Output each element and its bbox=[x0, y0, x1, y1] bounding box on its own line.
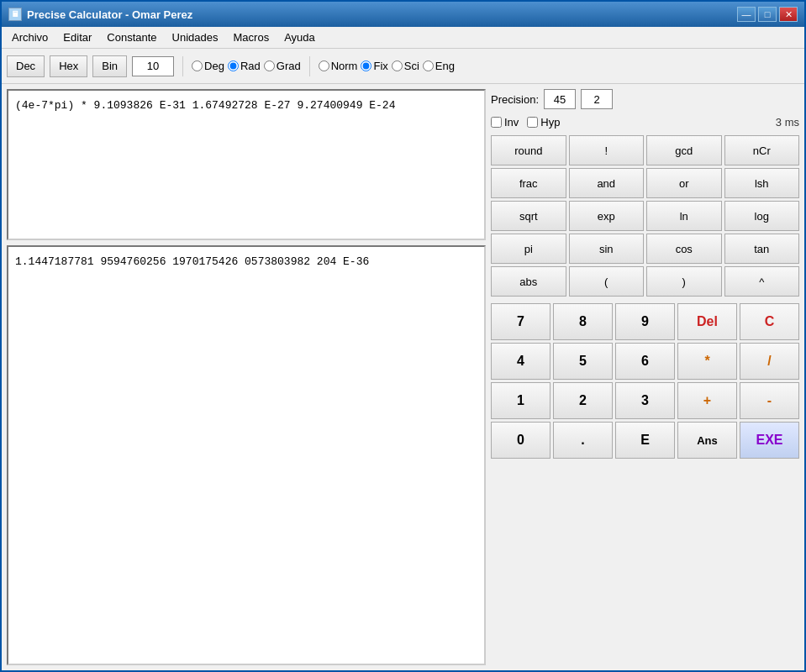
deg-label[interactable]: Deg bbox=[192, 60, 224, 72]
abs-button[interactable]: abs bbox=[491, 266, 566, 297]
plus-button[interactable]: + bbox=[677, 382, 737, 419]
minus-button[interactable]: - bbox=[740, 382, 799, 419]
display-bottom[interactable]: 1.1447187781 9594760256 1970175426 05738… bbox=[7, 245, 486, 665]
open-paren-button[interactable]: ( bbox=[569, 266, 645, 297]
precision-input-2[interactable] bbox=[581, 89, 613, 109]
rad-radio[interactable] bbox=[228, 60, 239, 71]
menu-archivo[interactable]: Archivo bbox=[5, 29, 55, 46]
num-7-button[interactable]: 7 bbox=[491, 303, 551, 340]
norm-label[interactable]: Norm bbox=[319, 60, 358, 72]
fix-label[interactable]: Fix bbox=[361, 60, 387, 72]
base-input[interactable] bbox=[132, 56, 174, 76]
close-button[interactable]: ✕ bbox=[779, 7, 798, 22]
num-5-button[interactable]: 5 bbox=[553, 343, 613, 380]
title-bar: 🖩 Precise Calculator - Omar Perez — □ ✕ bbox=[2, 2, 804, 27]
ncr-button[interactable]: nCr bbox=[724, 135, 800, 165]
separator-1 bbox=[182, 56, 183, 76]
deg-radio[interactable] bbox=[192, 60, 203, 71]
gcd-button[interactable]: gcd bbox=[646, 135, 722, 165]
num-9-button[interactable]: 9 bbox=[615, 303, 675, 340]
grad-radio[interactable] bbox=[264, 60, 275, 71]
main-window: 🖩 Precise Calculator - Omar Perez — □ ✕ … bbox=[0, 0, 806, 672]
inv-label[interactable]: Inv bbox=[491, 116, 519, 129]
left-panel: (4e-7*pi) * 9.1093826 E-31 1.67492728 E-… bbox=[7, 89, 486, 665]
fix-radio[interactable] bbox=[361, 60, 371, 71]
num-8-button[interactable]: 8 bbox=[553, 303, 613, 340]
rad-label[interactable]: Rad bbox=[228, 60, 261, 72]
dec-button[interactable]: Dec bbox=[7, 55, 45, 77]
sci-radio[interactable] bbox=[392, 60, 403, 71]
maximize-button[interactable]: □ bbox=[758, 7, 777, 22]
title-bar-left: 🖩 Precise Calculator - Omar Perez bbox=[8, 8, 192, 21]
frac-button[interactable]: frac bbox=[491, 168, 566, 198]
exp-button[interactable]: exp bbox=[569, 201, 645, 231]
window-title: Precise Calculator - Omar Perez bbox=[27, 8, 192, 21]
hyp-label[interactable]: Hyp bbox=[527, 116, 560, 129]
decimal-button[interactable]: . bbox=[553, 422, 613, 459]
tan-button[interactable]: tan bbox=[724, 234, 800, 264]
cos-button[interactable]: cos bbox=[646, 234, 722, 264]
menu-macros[interactable]: Macros bbox=[227, 29, 277, 46]
ans-button[interactable]: Ans bbox=[677, 422, 737, 459]
angle-radio-group: Deg Rad Grad bbox=[192, 60, 301, 72]
and-button[interactable]: and bbox=[569, 168, 645, 198]
exe-button[interactable]: EXE bbox=[740, 422, 799, 459]
log-button[interactable]: log bbox=[724, 201, 800, 231]
display-radio-group: Norm Fix Sci Eng bbox=[319, 60, 455, 72]
num-4-button[interactable]: 4 bbox=[491, 343, 551, 380]
menu-constante[interactable]: Constante bbox=[100, 29, 163, 46]
exp-e-button[interactable]: E bbox=[615, 422, 675, 459]
divide-button[interactable]: / bbox=[740, 343, 799, 380]
app-icon: 🖩 bbox=[8, 8, 22, 21]
ln-button[interactable]: ln bbox=[646, 201, 722, 231]
num-3-button[interactable]: 3 bbox=[615, 382, 675, 419]
separator-2 bbox=[309, 56, 310, 76]
right-panel: Precision: Inv Hyp 3 ms round ! bbox=[491, 89, 799, 665]
minimize-button[interactable]: — bbox=[737, 7, 756, 22]
menu-bar: Archivo Editar Constante Unidades Macros… bbox=[2, 27, 804, 49]
eng-label[interactable]: Eng bbox=[423, 60, 455, 72]
main-content: (4e-7*pi) * 9.1093826 E-31 1.67492728 E-… bbox=[2, 84, 804, 670]
multiply-button[interactable]: * bbox=[677, 343, 737, 380]
display-top[interactable]: (4e-7*pi) * 9.1093826 E-31 1.67492728 E-… bbox=[7, 89, 486, 240]
calc-button-grid: round ! gcd nCr frac and or lsh sqrt exp… bbox=[491, 135, 799, 297]
inv-checkbox[interactable] bbox=[491, 117, 502, 128]
inv-hyp-row: Inv Hyp 3 ms bbox=[491, 116, 799, 129]
menu-unidades[interactable]: Unidades bbox=[166, 29, 225, 46]
menu-editar[interactable]: Editar bbox=[56, 29, 98, 46]
num-1-button[interactable]: 1 bbox=[491, 382, 551, 419]
bin-button[interactable]: Bin bbox=[92, 55, 127, 77]
hex-button[interactable]: Hex bbox=[50, 55, 87, 77]
precision-input-1[interactable] bbox=[544, 89, 576, 109]
or-button[interactable]: or bbox=[646, 168, 722, 198]
factorial-button[interactable]: ! bbox=[569, 135, 645, 165]
power-button[interactable]: ^ bbox=[724, 266, 800, 297]
num-2-button[interactable]: 2 bbox=[553, 382, 613, 419]
clear-button[interactable]: C bbox=[740, 303, 799, 340]
toolbar: Dec Hex Bin Deg Rad Grad Norm bbox=[2, 49, 804, 84]
timing-display: 3 ms bbox=[776, 116, 799, 129]
close-paren-button[interactable]: ) bbox=[646, 266, 722, 297]
sci-label[interactable]: Sci bbox=[392, 60, 419, 72]
precision-row: Precision: bbox=[491, 89, 799, 109]
sqrt-button[interactable]: sqrt bbox=[491, 201, 566, 231]
grad-label[interactable]: Grad bbox=[264, 60, 301, 72]
menu-ayuda[interactable]: Ayuda bbox=[277, 29, 322, 46]
round-button[interactable]: round bbox=[491, 135, 566, 165]
num-button-grid: 7 8 9 Del C 4 5 6 * / 1 2 3 + - 0 . E An… bbox=[491, 303, 799, 459]
pi-button[interactable]: pi bbox=[491, 234, 566, 264]
hyp-checkbox[interactable] bbox=[527, 117, 538, 128]
num-6-button[interactable]: 6 bbox=[615, 343, 675, 380]
title-controls: — □ ✕ bbox=[737, 7, 798, 22]
del-button[interactable]: Del bbox=[677, 303, 737, 340]
norm-radio[interactable] bbox=[319, 60, 329, 71]
sin-button[interactable]: sin bbox=[569, 234, 645, 264]
lsh-button[interactable]: lsh bbox=[724, 168, 800, 198]
precision-label: Precision: bbox=[491, 93, 539, 106]
num-0-button[interactable]: 0 bbox=[491, 422, 551, 459]
eng-radio[interactable] bbox=[423, 60, 434, 71]
